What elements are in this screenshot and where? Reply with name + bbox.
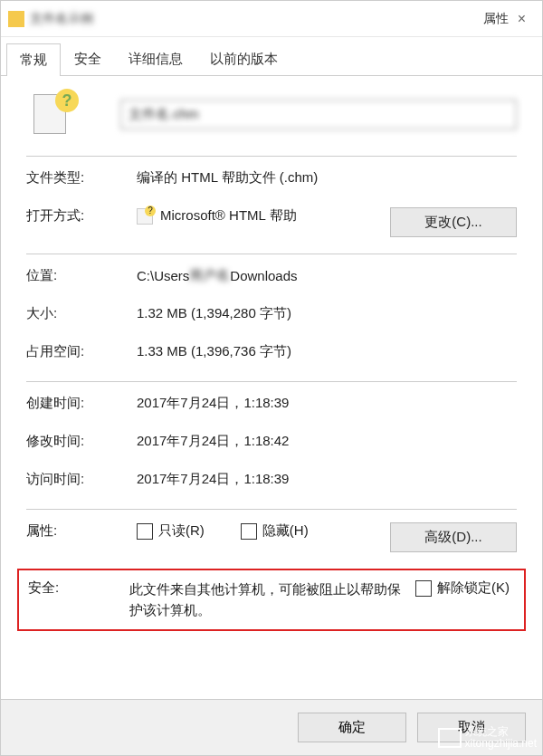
checkbox-unlock-wrap[interactable]: 解除锁定(K) (408, 579, 517, 597)
label-attributes: 属性: (26, 522, 137, 540)
file-type-icon: ? (32, 92, 75, 136)
label-unlock: 解除锁定(K) (437, 579, 510, 597)
label-filetype: 文件类型: (26, 169, 137, 187)
tab-general[interactable]: 常规 (6, 43, 61, 76)
watermark: 系统之家 xitongzhijia.net (438, 726, 537, 750)
label-accessed: 访问时间: (26, 471, 137, 488)
ok-button[interactable]: 确定 (298, 713, 406, 742)
help-file-icon (137, 208, 153, 225)
separator (26, 156, 517, 157)
separator (26, 509, 517, 510)
titlebar: 文件名示例 属性 × (1, 1, 542, 37)
value-modified: 2017年7月24日，1:18:42 (137, 433, 517, 450)
properties-dialog: 文件名示例 属性 × 常规 安全 详细信息 以前的版本 ? 文件名.chm 文件… (0, 0, 543, 756)
tab-bar: 常规 安全 详细信息 以前的版本 (1, 43, 542, 76)
value-attributes: 只读(R) 隐藏(H) (137, 522, 390, 540)
value-sizeondisk: 1.33 MB (1,396,736 字节) (137, 343, 517, 360)
checkbox-unlock[interactable] (415, 580, 432, 597)
close-icon[interactable]: × (509, 11, 535, 27)
value-accessed: 2017年7月24日，1:18:39 (137, 471, 517, 488)
dialog-footer: 确定 取消 系统之家 xitongzhijia.net (1, 699, 542, 755)
label-openwith: 打开方式: (26, 207, 137, 225)
label-security: 安全: (19, 579, 129, 597)
label-readonly: 只读(R) (158, 522, 205, 540)
security-highlight-box: 安全: 此文件来自其他计算机，可能被阻止以帮助保护该计算机。 解除锁定(K) (17, 569, 526, 631)
label-sizeondisk: 占用空间: (26, 343, 137, 360)
change-button[interactable]: 更改(C)... (390, 207, 517, 237)
row-created: 创建时间: 2017年7月24日，1:18:39 (26, 395, 517, 416)
row-sizeondisk: 占用空间: 1.33 MB (1,396,736 字节) (26, 343, 517, 365)
checkbox-readonly[interactable] (137, 523, 153, 540)
watermark-text: 系统之家 xitongzhijia.net (465, 726, 537, 750)
value-filetype: 编译的 HTML 帮助文件 (.chm) (137, 169, 517, 187)
row-modified: 修改时间: 2017年7月24日，1:18:42 (26, 433, 517, 455)
tab-previous-versions[interactable]: 以前的版本 (196, 43, 291, 75)
row-accessed: 访问时间: 2017年7月24日，1:18:39 (26, 471, 517, 493)
checkbox-hidden-wrap[interactable]: 隐藏(H) (241, 522, 309, 540)
row-location: 位置: C:\Users用户名Downloads (26, 267, 517, 289)
value-location: C:\Users用户名Downloads (137, 267, 517, 284)
label-modified: 修改时间: (26, 433, 137, 450)
filename-row: ? 文件名.chm (26, 92, 517, 136)
label-created: 创建时间: (26, 395, 137, 412)
separator (26, 254, 517, 254)
file-icon-small (8, 11, 24, 27)
value-openwith: Microsoft® HTML 帮助 (137, 207, 390, 225)
house-icon (438, 728, 462, 748)
row-attributes: 属性: 只读(R) 隐藏(H) 高级(D)... (26, 522, 517, 552)
separator (26, 381, 517, 382)
value-size: 1.32 MB (1,394,280 字节) (137, 305, 517, 322)
row-openwith: 打开方式: Microsoft® HTML 帮助 更改(C)... (26, 207, 517, 237)
filename-input[interactable]: 文件名.chm (120, 100, 517, 129)
window-title-suffix: 属性 (483, 11, 509, 27)
row-filetype: 文件类型: 编译的 HTML 帮助文件 (.chm) (26, 169, 517, 191)
tab-security[interactable]: 安全 (61, 43, 115, 75)
checkbox-readonly-wrap[interactable]: 只读(R) (137, 522, 205, 540)
label-hidden: 隐藏(H) (262, 522, 309, 540)
label-location: 位置: (26, 267, 137, 284)
row-size: 大小: 1.32 MB (1,394,280 字节) (26, 305, 517, 327)
label-size: 大小: (26, 305, 137, 322)
window-title-filename: 文件名示例 (30, 11, 480, 27)
checkbox-hidden[interactable] (241, 523, 257, 540)
security-description: 此文件来自其他计算机，可能被阻止以帮助保护该计算机。 (129, 579, 408, 620)
tab-content-general: ? 文件名.chm 文件类型: 编译的 HTML 帮助文件 (.chm) 打开方… (1, 76, 542, 640)
advanced-button[interactable]: 高级(D)... (390, 522, 517, 552)
tab-details[interactable]: 详细信息 (115, 43, 196, 75)
value-created: 2017年7月24日，1:18:39 (137, 395, 517, 412)
openwith-app-name: Microsoft® HTML 帮助 (160, 207, 297, 225)
